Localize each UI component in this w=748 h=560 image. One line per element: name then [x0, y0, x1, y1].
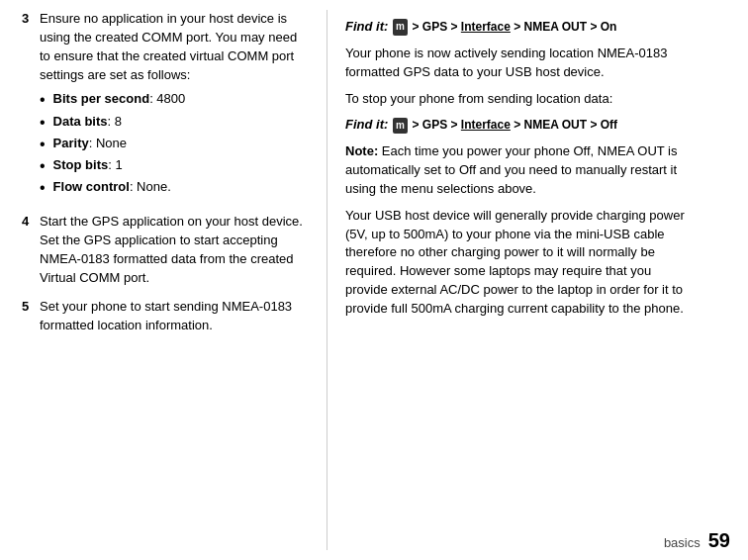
page-number: 59: [708, 529, 730, 552]
note-text: Each time you power your phone Off, NMEA…: [345, 143, 677, 196]
step-3-intro: Ensure no application in your host devic…: [40, 11, 297, 82]
step-3-bullets: • Bits per second: 4800 • Data bits: 8 •…: [40, 90, 309, 197]
interface-label-2: Interface: [461, 118, 511, 132]
find-it-1: Find it: m > GPS > Interface > NMEA OUT …: [345, 18, 695, 37]
interface-label-1: Interface: [461, 20, 511, 34]
step-4-number: 4: [22, 213, 40, 287]
find-it-1-path: > GPS > Interface > NMEA OUT > On: [412, 20, 616, 34]
bullet-flowcontrol: • Flow control: None.: [40, 178, 309, 197]
menu-icon-1: m: [393, 19, 408, 36]
step-3: 3 Ensure no application in your host dev…: [22, 10, 309, 203]
bullet-stopbits-text: Stop bits: 1: [53, 156, 123, 174]
bullet-dot: •: [40, 90, 46, 109]
bullet-databits: • Data bits: 8: [40, 113, 309, 132]
menu-icon-2: m: [393, 118, 408, 135]
bullet-dot: •: [40, 135, 46, 153]
bullet-databits-text: Data bits: 8: [53, 113, 122, 131]
note-label: Note:: [345, 143, 378, 158]
bullet-parity-text: Parity: None: [53, 135, 127, 152]
bullet-dot: •: [40, 113, 46, 132]
bullet-parity: • Parity: None: [40, 135, 309, 153]
right-column: Find it: m > GPS > Interface > NMEA OUT …: [327, 10, 712, 550]
action-off: Off: [601, 118, 617, 132]
bullet-stopbits: • Stop bits: 1: [40, 156, 309, 175]
step-4: 4 Start the GPS application on your host…: [22, 213, 309, 287]
bullet-bps-text: Bits per second: 4800: [53, 90, 186, 108]
note-block: Note: Each time you power your phone Off…: [345, 142, 695, 199]
bullet-dot: •: [40, 178, 46, 197]
left-column: 3 Ensure no application in your host dev…: [0, 10, 327, 550]
step-3-number: 3: [22, 10, 40, 203]
bullet-flowcontrol-text: Flow control: None.: [53, 178, 171, 196]
step-5: 5 Set your phone to start sending NMEA-0…: [22, 298, 309, 335]
step-4-text: Start the GPS application on your host d…: [40, 213, 309, 287]
step-5-text: Set your phone to start sending NMEA-018…: [40, 298, 309, 335]
para-3: Your USB host device will generally prov…: [345, 207, 695, 319]
find-it-2-label: Find it:: [345, 117, 388, 132]
find-it-2: Find it: m > GPS > Interface > NMEA OUT …: [345, 116, 695, 135]
footer-label: basics: [664, 535, 701, 550]
page-footer: basics 59: [664, 529, 730, 552]
step-5-number: 5: [22, 298, 40, 335]
step-3-text: Ensure no application in your host devic…: [40, 10, 309, 203]
bullet-bps: • Bits per second: 4800: [40, 90, 309, 109]
find-it-1-label: Find it:: [345, 19, 388, 34]
para-1: Your phone is now actively sending locat…: [345, 45, 695, 82]
para-2: To stop your phone from sending location…: [345, 90, 695, 109]
action-on: On: [601, 20, 617, 34]
find-it-2-path: > GPS > Interface > NMEA OUT > Off: [412, 118, 617, 132]
bullet-dot: •: [40, 156, 46, 175]
